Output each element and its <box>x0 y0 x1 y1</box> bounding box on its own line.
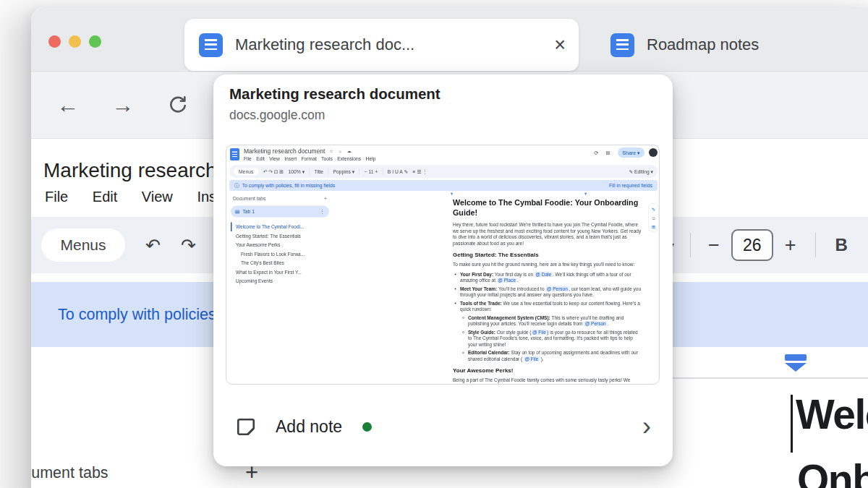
mini-tab1-pill: ▤ Tab 1 ⋮ <box>231 206 329 218</box>
mini-toolbar: Menus ↶ ↷ ⊡ ⊞ 100% ▾ Title Poppins ▾ − 1… <box>229 165 658 178</box>
outline-item: Welcome to The Cymbal Foodi... <box>231 223 329 232</box>
preview-card-url: docs.google.com <box>229 108 325 123</box>
tab-marker-icon: ▾ <box>451 191 453 197</box>
outline-item: Upcoming Events <box>231 277 329 286</box>
mini-menubar: File Edit View Insert Format Tools Exten… <box>244 156 375 162</box>
mini-share-button: Share ▾ <box>618 147 644 158</box>
mini-font-select: Poppins ▾ <box>333 168 355 174</box>
mini-doc-bullet-list: Your First Day: Your first day is on @ D… <box>453 271 642 362</box>
mini-title-icons: ☆ ⌂ ☁ <box>329 149 353 154</box>
google-docs-icon <box>610 33 634 57</box>
status-dot <box>362 422 372 432</box>
avatar <box>649 148 658 157</box>
toolbar-divider <box>815 233 816 257</box>
tab-marketing-research[interactable]: Marketing research doc... × <box>184 19 579 71</box>
mini-editing-mode: ✎ Editing ▾ <box>629 168 653 174</box>
page-top-edge <box>668 377 868 379</box>
mini-add-tab-icon: + <box>324 196 327 202</box>
text-cursor <box>791 395 793 453</box>
menu-file[interactable]: File <box>45 189 68 205</box>
window-controls <box>48 35 101 48</box>
mini-doc-h1: Welcome to The Cymbal Foodie: Your Onboa… <box>453 198 641 218</box>
close-tab-icon[interactable]: × <box>554 35 566 55</box>
bullet-item: Content Management System (CMS): This is… <box>468 314 642 328</box>
mini-doc-paragraph: To make sure you hit the ground running,… <box>453 261 642 267</box>
menu-edit[interactable]: Edit <box>93 189 117 205</box>
tab-hover-preview-card: Marketing research document docs.google.… <box>213 74 673 466</box>
menu-view[interactable]: View <box>142 189 173 205</box>
outline-item: Fresh Flavors to Look Forwa... <box>231 249 329 259</box>
docs-toolbar-left: Menus ↶ ↷ <box>41 217 236 273</box>
minimize-window-button[interactable] <box>69 35 81 48</box>
tab-strip: Marketing research doc... × Roadmap note… <box>31 7 868 72</box>
mini-doc-content: ▾ ▾ Welcome to The Cymbal Foodie: Your O… <box>453 196 642 385</box>
forward-button[interactable]: → <box>106 93 140 119</box>
mini-scrollbar <box>659 193 660 385</box>
tab-title: Marketing research doc... <box>235 35 545 54</box>
mini-doc-paragraph: Hey there, future food rockstar! We're t… <box>453 221 642 247</box>
mini-header-right: ⟳ ⊞ Share ▾ <box>594 147 658 158</box>
mini-list-icons: ≡ ☰ ⋮ <box>413 168 427 174</box>
mini-undo-redo-icons: ↶ ↷ ⊡ ⊞ <box>263 168 284 174</box>
outline-item: The City's Best Bites <box>231 259 329 268</box>
mini-banner-action: Fill in required fields <box>609 183 652 189</box>
bold-button[interactable]: B <box>835 235 848 255</box>
mini-menus-button: Menus <box>234 168 258 176</box>
reload-icon <box>166 94 190 117</box>
google-docs-icon <box>199 33 223 57</box>
decrease-font-size-button[interactable]: − <box>708 234 720 257</box>
doc-heading-line1: Welcome to The Cymbal Foodie: Your <box>796 390 868 438</box>
preview-card-title: Marketing research document <box>229 85 441 103</box>
bullet-item: Tools of the Trade: We use a few essenti… <box>460 300 642 362</box>
mini-doc-h2: Your Awesome Perks! <box>453 367 642 374</box>
mini-zoom-select: 100% ▾ <box>289 168 305 174</box>
mini-font-size-control: − 11 + <box>365 168 378 174</box>
chevron-right-icon[interactable]: › <box>642 414 651 440</box>
suggest-edit-icon: ✎ <box>652 207 655 213</box>
emoji-reaction-icon: ☺ <box>651 215 656 221</box>
more-icon: ⋮ <box>320 209 325 215</box>
doc-heading-line2: Onboarding Guide! <box>797 455 868 488</box>
outline-item: What to Expect in Your First Y... <box>231 267 329 277</box>
mini-compliance-banner: ⓘTo comply with policies, fill in missin… <box>229 180 658 191</box>
tab-preview-thumbnail[interactable]: Marketing research document ☆ ⌂ ☁ File E… <box>226 145 660 385</box>
menus-button[interactable]: Menus <box>41 228 125 262</box>
document-tabs-label: Document tabs <box>31 464 109 482</box>
tab-indicator-marker-icon[interactable] <box>785 354 807 372</box>
mini-doc-paragraph: Being a part of The Cymbal Foodie family… <box>453 377 642 385</box>
undo-icon[interactable]: ↶ <box>145 235 161 256</box>
increase-font-size-button[interactable]: + <box>785 234 796 257</box>
mini-doc-title-row: Marketing research document ☆ ⌂ ☁ <box>244 147 354 155</box>
add-comment-icon: ⊞ <box>652 224 655 230</box>
zoom-window-button[interactable] <box>89 35 101 48</box>
mini-style-select: Title <box>315 168 324 174</box>
mini-tab1-label: Tab 1 <box>242 209 255 215</box>
redo-icon[interactable]: ↷ <box>181 235 196 256</box>
doc-tab-icon: ▤ <box>235 209 239 215</box>
toolbar-divider <box>310 168 310 175</box>
bullet-item: Meet Your Team: You'll be introduced to … <box>460 286 642 299</box>
tab-title: Roadmap notes <box>647 35 759 54</box>
mini-document-tabs-label: Document tabs <box>233 196 265 202</box>
toolbar-divider <box>383 168 383 175</box>
tab-marker-icon: ▾ <box>584 191 587 197</box>
mini-format-buttons: B I U A ✎ <box>388 168 408 174</box>
mini-doc-title: Marketing research document <box>244 147 325 155</box>
bullet-item: Your First Day: Your first day is on @ D… <box>460 271 642 284</box>
note-icon <box>235 416 257 437</box>
mini-docs-screenshot: Marketing research document ☆ ⌂ ☁ File E… <box>226 145 660 385</box>
back-button[interactable]: ← <box>51 93 85 119</box>
close-window-button[interactable] <box>48 35 61 48</box>
toolbar-divider <box>690 233 691 257</box>
tab-roadmap-notes[interactable]: Roadmap notes <box>593 19 868 71</box>
add-note-row[interactable]: Add note › <box>235 403 651 450</box>
mini-doc-sub-bullets: Content Management System (CMS): This is… <box>460 314 642 362</box>
mini-banner-text: To comply with policies, fill in missing… <box>242 183 335 189</box>
font-size-input[interactable]: 26 <box>731 229 773 261</box>
reload-button[interactable] <box>161 94 195 117</box>
mini-outline-list: Welcome to The Cymbal Foodi... Getting S… <box>231 223 329 286</box>
add-note-label: Add note <box>276 417 342 437</box>
mini-outline-sidebar: Document tabs + ▤ Tab 1 ⋮ Welcome to The… <box>231 196 329 286</box>
outline-item: Your Awesome Perks <box>231 241 329 250</box>
mini-margin-buttons: ✎ ☺ ⊞ <box>648 203 659 233</box>
